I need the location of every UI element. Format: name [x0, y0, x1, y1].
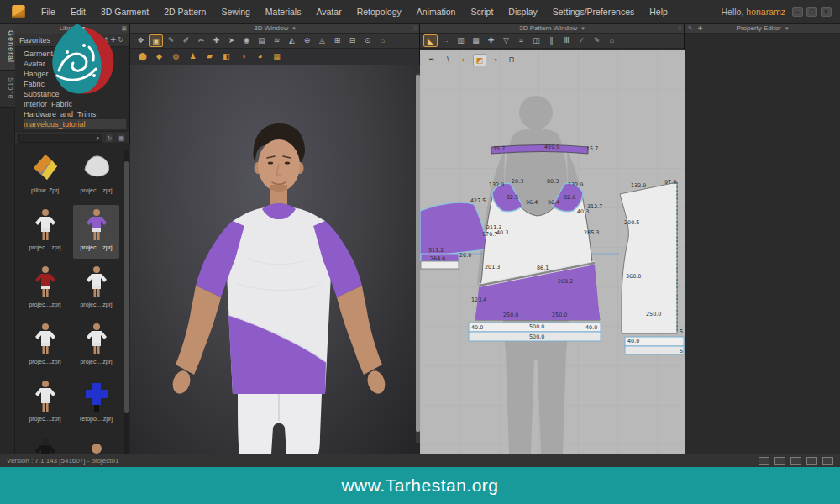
notch-tool[interactable]: ⁄: [575, 34, 589, 47]
show-hanger-icon[interactable]: ▰: [202, 50, 217, 63]
refresh-icon[interactable]: ↻: [118, 36, 125, 44]
side-tab-general[interactable]: General: [0, 24, 15, 71]
folder-interior_fabric[interactable]: Interior_Fabric: [24, 99, 129, 109]
folder-avatar[interactable]: Avatar: [24, 59, 129, 69]
folder-substance[interactable]: Substance: [24, 89, 129, 99]
thumbnail-pillow-multi[interactable]: pillow..Zprj: [22, 148, 68, 202]
side-tab-store[interactable]: Store: [0, 71, 15, 108]
show-avatar-icon[interactable]: ♟: [186, 50, 200, 63]
menu-item-retopology[interactable]: Retopology: [349, 0, 409, 24]
menu-item-2d-pattern[interactable]: 2D Pattern: [156, 0, 213, 24]
thickness-view-icon[interactable]: ◍: [169, 50, 183, 63]
menu-item-avatar[interactable]: Avatar: [308, 0, 349, 24]
thumbnail-avatar-white[interactable]: projec....zprj: [73, 262, 119, 316]
draw-tool[interactable]: ✎: [590, 34, 604, 47]
username-link[interactable]: honaramz: [746, 7, 785, 17]
minimize-button[interactable]: –: [792, 7, 803, 17]
layout-four-icon[interactable]: [806, 457, 817, 465]
layout-two-icon[interactable]: [774, 457, 785, 465]
brush-tool[interactable]: ⊟: [345, 34, 360, 47]
select-move-tool[interactable]: ▣: [149, 34, 163, 47]
chevron-down-icon[interactable]: ▾: [785, 25, 789, 31]
segment-sew-tool[interactable]: ≋: [270, 34, 284, 47]
menu-item-sewing[interactable]: Sewing: [213, 0, 257, 24]
pin-tool[interactable]: ✚: [209, 34, 223, 47]
edit-pin-tool[interactable]: ✐: [179, 34, 193, 47]
show-stand-icon[interactable]: ▦: [270, 50, 284, 63]
target-tool[interactable]: ◉: [239, 34, 254, 47]
fold-tool[interactable]: ⊞: [330, 34, 344, 47]
gizmo-tool[interactable]: ❖: [134, 34, 148, 47]
app-logo-icon[interactable]: [12, 5, 25, 18]
library-scrollbar[interactable]: [124, 150, 129, 469]
thumbnail-pillow-white[interactable]: projec....zprj: [73, 148, 119, 202]
menu-item-materials[interactable]: Materials: [258, 0, 309, 24]
close-button[interactable]: ✕: [821, 7, 832, 17]
folder-hardware_and_trims[interactable]: Hardware_and_Trims: [24, 109, 129, 119]
pen-tool[interactable]: ✎: [164, 34, 178, 47]
seam-tool[interactable]: ≡: [514, 34, 528, 47]
3d-viewport[interactable]: [130, 65, 420, 454]
pin-2d-icon[interactable]: ▫: [489, 54, 502, 66]
import-icon[interactable]: ↥: [103, 36, 111, 44]
show-head-icon[interactable]: ◑: [236, 50, 250, 63]
2d-pattern-canvas[interactable]: ✒∖◐◩▫⊓: [420, 50, 685, 454]
curve-point-icon[interactable]: ◐: [457, 54, 470, 66]
zipper-tool[interactable]: ⊙: [360, 34, 375, 47]
thumbnail-avatar-dark[interactable]: [22, 433, 68, 454]
menu-item-file[interactable]: File: [34, 0, 63, 24]
menu-item-edit[interactable]: Edit: [63, 0, 93, 24]
property-editor-header[interactable]: ✎ ✚ Property Editor▾: [685, 24, 840, 34]
thumbnail-avatar-red[interactable]: projec....zprj: [22, 262, 68, 316]
edit-point-tool[interactable]: ∴: [438, 34, 453, 47]
active-pattern-icon[interactable]: ◩: [473, 54, 486, 66]
grid-view-icon[interactable]: ▦: [117, 134, 126, 143]
add-favorite-icon[interactable]: ✚: [111, 36, 118, 44]
folder-hanger[interactable]: Hanger: [24, 69, 129, 79]
pattern-grid-tool[interactable]: ▦: [469, 34, 483, 47]
thumbnail-avatar-purple[interactable]: projec....zprj: [73, 205, 119, 259]
back-hem-band-2[interactable]: [625, 346, 684, 354]
arrow-tool[interactable]: ➤: [224, 34, 239, 47]
internal-line-tool[interactable]: ∥: [544, 34, 559, 47]
thumbnail-avatar-white[interactable]: projec....zprj: [22, 319, 68, 373]
edit-icon[interactable]: ✎: [688, 25, 695, 31]
pattern-copy-tool[interactable]: ▥: [454, 34, 468, 47]
show-garment-icon[interactable]: ⬤: [135, 50, 150, 63]
sleeve-cuff-band-2[interactable]: [421, 261, 459, 269]
window-grip-icon[interactable]: ⁞⁞: [413, 24, 417, 34]
menu-item-help[interactable]: Help: [642, 0, 675, 24]
menu-item-3d-garment[interactable]: 3D Garment: [93, 0, 156, 24]
layout-three-icon[interactable]: [790, 457, 801, 465]
folder-marvelous_tutorial[interactable]: marvelous_tutorial: [24, 119, 126, 129]
thumbnail-avatar-white[interactable]: projec....zprj: [73, 319, 119, 373]
divider-tool[interactable]: ⌂: [375, 34, 390, 47]
scissors-tool[interactable]: ✂: [194, 34, 208, 47]
menu-item-animation[interactable]: Animation: [409, 0, 464, 24]
flatten-tool[interactable]: ⊕: [300, 34, 314, 47]
edit-curve-icon[interactable]: ∖: [441, 54, 454, 66]
refresh-icon[interactable]: ↻: [105, 134, 114, 143]
edit-pattern-icon[interactable]: ✒: [425, 54, 438, 66]
thumbnail-retopo-blue[interactable]: retopo....zprj: [73, 376, 119, 430]
dart-tool[interactable]: ▽: [499, 34, 513, 47]
menu-item-script[interactable]: Script: [463, 0, 501, 24]
3d-window-header[interactable]: 3D Window▾ ⁞⁞: [130, 24, 419, 34]
steam-tool[interactable]: ◬: [315, 34, 329, 47]
thumbnail-avatar-white[interactable]: projec....zprj: [22, 205, 68, 259]
menu-item-display[interactable]: Display: [501, 0, 544, 24]
add-icon[interactable]: ✚: [698, 25, 705, 31]
chevron-down-icon[interactable]: ▾: [80, 24, 85, 32]
add-point-tool[interactable]: ✚: [484, 34, 498, 47]
avatar-3d[interactable]: [130, 65, 420, 454]
thumbnail-avatar-white[interactable]: projec....zprj: [22, 376, 68, 430]
library-filter-dropdown[interactable]: ▾: [18, 134, 102, 143]
chevron-down-icon[interactable]: ▾: [292, 25, 296, 31]
library-header[interactable]: Library ▾ ▣: [15, 24, 129, 34]
show-texture-icon[interactable]: ◆: [152, 50, 166, 63]
2d-window-header[interactable]: 2D Pattern Window▾ ⁞⁞: [420, 24, 684, 34]
chevron-down-icon[interactable]: ▾: [581, 25, 585, 31]
measure-tool[interactable]: ◭: [285, 34, 299, 47]
layout-custom-icon[interactable]: [822, 457, 833, 465]
pleat-tool[interactable]: Ⅲ: [559, 34, 574, 47]
